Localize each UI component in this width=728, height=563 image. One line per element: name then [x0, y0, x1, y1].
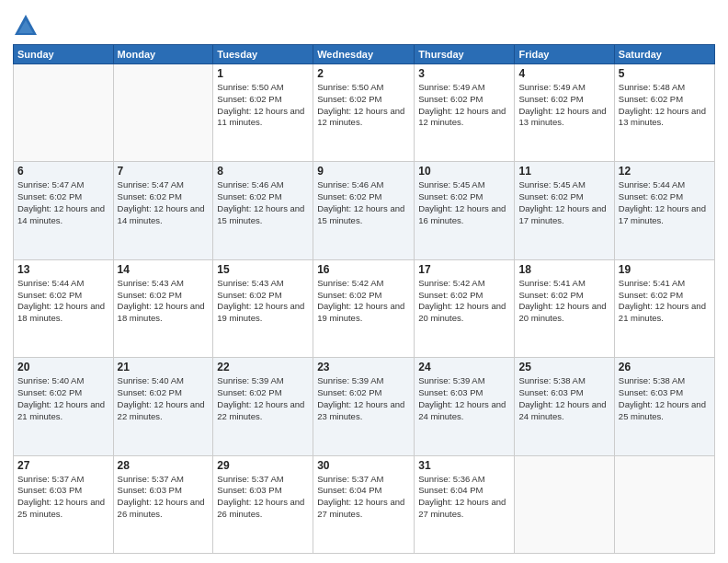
cell-day-number: 17 — [418, 263, 510, 276]
cell-day-number: 29 — [217, 459, 309, 472]
cell-day-number: 20 — [17, 361, 109, 373]
cell-day-number: 30 — [317, 459, 410, 472]
cell-day-number: 6 — [17, 165, 109, 178]
weekday-header: Friday — [515, 45, 614, 64]
calendar-cell: 8Sunrise: 5:46 AM Sunset: 6:02 PM Daylig… — [213, 162, 313, 259]
cell-daylight-info: Sunrise: 5:49 AM Sunset: 6:02 PM Dayligh… — [418, 82, 510, 129]
calendar-cell — [113, 64, 213, 162]
weekday-header: Tuesday — [213, 45, 313, 64]
cell-daylight-info: Sunrise: 5:45 AM Sunset: 6:02 PM Dayligh… — [418, 179, 510, 226]
calendar-cell: 13Sunrise: 5:44 AM Sunset: 6:02 PM Dayli… — [14, 259, 114, 357]
calendar-cell: 20Sunrise: 5:40 AM Sunset: 6:02 PM Dayli… — [14, 358, 114, 455]
cell-daylight-info: Sunrise: 5:50 AM Sunset: 6:02 PM Dayligh… — [317, 82, 410, 129]
cell-day-number: 16 — [317, 263, 410, 276]
calendar-cell: 15Sunrise: 5:43 AM Sunset: 6:02 PM Dayli… — [213, 259, 313, 357]
calendar-cell: 19Sunrise: 5:41 AM Sunset: 6:02 PM Dayli… — [614, 259, 714, 357]
cell-day-number: 13 — [17, 263, 109, 276]
calendar-cell: 21Sunrise: 5:40 AM Sunset: 6:02 PM Dayli… — [113, 358, 213, 455]
calendar-cell: 11Sunrise: 5:45 AM Sunset: 6:02 PM Dayli… — [515, 162, 614, 259]
calendar-cell: 7Sunrise: 5:47 AM Sunset: 6:02 PM Daylig… — [113, 162, 213, 259]
calendar-cell: 12Sunrise: 5:44 AM Sunset: 6:02 PM Dayli… — [614, 162, 714, 259]
cell-daylight-info: Sunrise: 5:43 AM Sunset: 6:02 PM Dayligh… — [118, 278, 210, 325]
cell-day-number: 3 — [418, 67, 510, 80]
cell-daylight-info: Sunrise: 5:39 AM Sunset: 6:02 PM Dayligh… — [217, 375, 309, 422]
weekday-header: Saturday — [614, 45, 714, 64]
calendar-cell: 4Sunrise: 5:49 AM Sunset: 6:02 PM Daylig… — [515, 64, 614, 162]
cell-daylight-info: Sunrise: 5:45 AM Sunset: 6:02 PM Dayligh… — [518, 179, 609, 226]
weekday-header: Monday — [113, 45, 213, 64]
logo-icon — [13, 13, 39, 39]
calendar-week-row: 13Sunrise: 5:44 AM Sunset: 6:02 PM Dayli… — [14, 259, 715, 357]
cell-day-number: 31 — [418, 459, 510, 472]
cell-daylight-info: Sunrise: 5:37 AM Sunset: 6:03 PM Dayligh… — [17, 474, 109, 521]
cell-day-number: 24 — [418, 361, 510, 373]
calendar-cell: 25Sunrise: 5:38 AM Sunset: 6:03 PM Dayli… — [515, 358, 614, 455]
cell-daylight-info: Sunrise: 5:41 AM Sunset: 6:02 PM Dayligh… — [619, 278, 711, 325]
cell-day-number: 26 — [619, 361, 711, 373]
calendar-week-row: 27Sunrise: 5:37 AM Sunset: 6:03 PM Dayli… — [14, 455, 715, 553]
page: SundayMondayTuesdayWednesdayThursdayFrid… — [0, 0, 728, 563]
cell-day-number: 11 — [518, 165, 609, 178]
calendar-cell — [14, 64, 114, 162]
calendar-cell: 30Sunrise: 5:37 AM Sunset: 6:04 PM Dayli… — [313, 455, 415, 553]
cell-daylight-info: Sunrise: 5:50 AM Sunset: 6:02 PM Dayligh… — [217, 82, 309, 129]
calendar-cell: 23Sunrise: 5:39 AM Sunset: 6:02 PM Dayli… — [313, 358, 415, 455]
calendar-cell: 5Sunrise: 5:48 AM Sunset: 6:02 PM Daylig… — [614, 64, 714, 162]
calendar-cell: 2Sunrise: 5:50 AM Sunset: 6:02 PM Daylig… — [313, 64, 415, 162]
weekday-header: Sunday — [14, 45, 114, 64]
calendar-cell: 1Sunrise: 5:50 AM Sunset: 6:02 PM Daylig… — [213, 64, 313, 162]
cell-daylight-info: Sunrise: 5:41 AM Sunset: 6:02 PM Dayligh… — [518, 278, 609, 325]
cell-daylight-info: Sunrise: 5:38 AM Sunset: 6:03 PM Dayligh… — [619, 375, 711, 422]
cell-daylight-info: Sunrise: 5:38 AM Sunset: 6:03 PM Dayligh… — [518, 375, 609, 422]
calendar-cell: 14Sunrise: 5:43 AM Sunset: 6:02 PM Dayli… — [113, 259, 213, 357]
cell-daylight-info: Sunrise: 5:48 AM Sunset: 6:02 PM Dayligh… — [619, 82, 711, 129]
cell-day-number: 4 — [518, 67, 609, 80]
calendar-cell: 22Sunrise: 5:39 AM Sunset: 6:02 PM Dayli… — [213, 358, 313, 455]
cell-day-number: 9 — [317, 165, 410, 178]
cell-daylight-info: Sunrise: 5:44 AM Sunset: 6:02 PM Dayligh… — [17, 278, 109, 325]
cell-day-number: 14 — [118, 263, 210, 276]
calendar-cell: 28Sunrise: 5:37 AM Sunset: 6:03 PM Dayli… — [113, 455, 213, 553]
cell-daylight-info: Sunrise: 5:39 AM Sunset: 6:03 PM Dayligh… — [418, 375, 510, 422]
calendar-cell: 17Sunrise: 5:42 AM Sunset: 6:02 PM Dayli… — [415, 259, 515, 357]
cell-daylight-info: Sunrise: 5:44 AM Sunset: 6:02 PM Dayligh… — [619, 179, 711, 226]
calendar-cell: 24Sunrise: 5:39 AM Sunset: 6:03 PM Dayli… — [415, 358, 515, 455]
cell-daylight-info: Sunrise: 5:42 AM Sunset: 6:02 PM Dayligh… — [418, 278, 510, 325]
cell-daylight-info: Sunrise: 5:40 AM Sunset: 6:02 PM Dayligh… — [118, 375, 210, 422]
weekday-header: Thursday — [415, 45, 515, 64]
cell-day-number: 19 — [619, 263, 711, 276]
calendar-week-row: 20Sunrise: 5:40 AM Sunset: 6:02 PM Dayli… — [14, 358, 715, 455]
cell-daylight-info: Sunrise: 5:39 AM Sunset: 6:02 PM Dayligh… — [317, 375, 410, 422]
cell-daylight-info: Sunrise: 5:37 AM Sunset: 6:04 PM Dayligh… — [317, 474, 410, 521]
weekday-header: Wednesday — [313, 45, 415, 64]
cell-day-number: 18 — [518, 263, 609, 276]
cell-daylight-info: Sunrise: 5:47 AM Sunset: 6:02 PM Dayligh… — [17, 179, 109, 226]
logo — [13, 13, 40, 39]
calendar-cell: 26Sunrise: 5:38 AM Sunset: 6:03 PM Dayli… — [614, 358, 714, 455]
cell-day-number: 23 — [317, 361, 410, 373]
calendar-cell: 16Sunrise: 5:42 AM Sunset: 6:02 PM Dayli… — [313, 259, 415, 357]
calendar-cell — [515, 455, 614, 553]
cell-day-number: 15 — [217, 263, 309, 276]
cell-daylight-info: Sunrise: 5:40 AM Sunset: 6:02 PM Dayligh… — [17, 375, 109, 422]
calendar-week-row: 1Sunrise: 5:50 AM Sunset: 6:02 PM Daylig… — [14, 64, 715, 162]
calendar-cell: 3Sunrise: 5:49 AM Sunset: 6:02 PM Daylig… — [415, 64, 515, 162]
cell-daylight-info: Sunrise: 5:46 AM Sunset: 6:02 PM Dayligh… — [217, 179, 309, 226]
calendar-week-row: 6Sunrise: 5:47 AM Sunset: 6:02 PM Daylig… — [14, 162, 715, 259]
header — [13, 9, 715, 39]
cell-day-number: 25 — [518, 361, 609, 373]
cell-daylight-info: Sunrise: 5:49 AM Sunset: 6:02 PM Dayligh… — [518, 82, 609, 129]
calendar-table: SundayMondayTuesdayWednesdayThursdayFrid… — [13, 44, 715, 554]
calendar-cell: 27Sunrise: 5:37 AM Sunset: 6:03 PM Dayli… — [14, 455, 114, 553]
calendar-header-row: SundayMondayTuesdayWednesdayThursdayFrid… — [14, 45, 715, 64]
cell-daylight-info: Sunrise: 5:43 AM Sunset: 6:02 PM Dayligh… — [217, 278, 309, 325]
calendar-cell: 31Sunrise: 5:36 AM Sunset: 6:04 PM Dayli… — [415, 455, 515, 553]
cell-day-number: 8 — [217, 165, 309, 178]
cell-daylight-info: Sunrise: 5:42 AM Sunset: 6:02 PM Dayligh… — [317, 278, 410, 325]
cell-daylight-info: Sunrise: 5:46 AM Sunset: 6:02 PM Dayligh… — [317, 179, 410, 226]
cell-day-number: 10 — [418, 165, 510, 178]
calendar-cell: 9Sunrise: 5:46 AM Sunset: 6:02 PM Daylig… — [313, 162, 415, 259]
cell-daylight-info: Sunrise: 5:37 AM Sunset: 6:03 PM Dayligh… — [118, 474, 210, 521]
cell-day-number: 28 — [118, 459, 210, 472]
cell-day-number: 5 — [619, 67, 711, 80]
